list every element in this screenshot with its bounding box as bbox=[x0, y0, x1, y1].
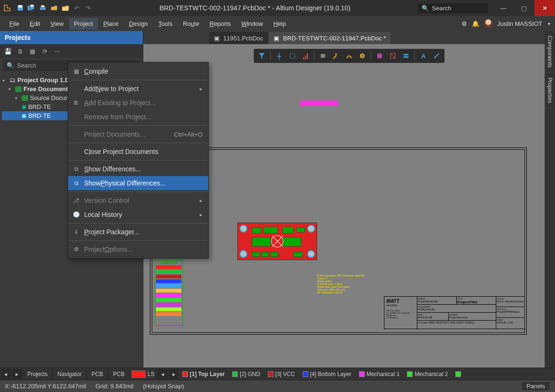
layer-tab-top[interactable]: [1] Top Layer bbox=[180, 371, 227, 377]
panel-refresh-icon[interactable]: ⟳ bbox=[40, 47, 49, 55]
component-icon[interactable] bbox=[317, 51, 329, 61]
track-icon[interactable] bbox=[330, 51, 342, 61]
layer-tab-gnd[interactable]: [2] GND bbox=[229, 371, 263, 377]
panel-compile-icon[interactable]: ▦ bbox=[28, 47, 37, 55]
svg-rect-18 bbox=[377, 54, 382, 58]
document-tabs: ▣ 11951.PcbDoc ▣ BRD-TESTWTC-002-11947.P… bbox=[143, 31, 555, 44]
dimension-icon[interactable] bbox=[387, 51, 399, 61]
right-tab-components[interactable]: Components bbox=[546, 31, 554, 73]
menu-item-add-new[interactable]: Add New to Project▸ bbox=[68, 82, 208, 96]
layer-tab-more[interactable] bbox=[453, 371, 464, 377]
tab-label: 11951.PcbDoc bbox=[223, 35, 263, 42]
layer-tab-bottom[interactable]: [4] Bottom Layer bbox=[300, 371, 354, 377]
diff-icon: ⧉ bbox=[72, 180, 80, 186]
menu-help[interactable]: Help bbox=[269, 18, 291, 30]
close-button[interactable]: ✕ bbox=[534, 0, 555, 16]
layer-scroll-right-icon[interactable]: ▸ bbox=[169, 369, 179, 379]
filter-icon[interactable] bbox=[256, 51, 268, 61]
align-icon[interactable] bbox=[299, 51, 312, 61]
bottom-tab-pcb2[interactable]: PCB bbox=[108, 368, 130, 380]
panels-button[interactable]: Panels bbox=[521, 381, 550, 391]
bottom-tab-layerset[interactable]: LS bbox=[130, 368, 157, 380]
component-icon bbox=[282, 237, 301, 246]
menu-item-show-differences[interactable]: ⧉Show Differences... bbox=[68, 162, 208, 176]
open-project-icon[interactable] bbox=[61, 4, 70, 12]
collapse-icon[interactable]: ▾ bbox=[15, 96, 20, 100]
select-rect-icon[interactable] bbox=[286, 51, 298, 61]
arc-icon[interactable] bbox=[343, 51, 355, 61]
save-all-icon[interactable] bbox=[27, 4, 36, 12]
menu-item-version-control[interactable]: ⎇Version Control▸ bbox=[68, 193, 208, 208]
menu-file[interactable]: File bbox=[5, 18, 24, 30]
undo-icon[interactable]: ↶ bbox=[72, 4, 81, 12]
menu-item-close-docs[interactable]: Close Project Documents bbox=[68, 145, 208, 159]
menu-view[interactable]: View bbox=[46, 18, 68, 30]
expand-icon[interactable]: ▸ bbox=[3, 78, 8, 83]
layer-tab-vcc[interactable]: [3] VCC bbox=[265, 371, 298, 377]
panel-options-icon[interactable]: ⋯ bbox=[53, 47, 61, 55]
menu-route[interactable]: Route bbox=[178, 18, 204, 30]
layer-stack-icon[interactable] bbox=[400, 51, 412, 61]
status-coordinates: X:-6112.205mil Y:6122.047mil bbox=[5, 383, 86, 390]
menu-item-project-packager[interactable]: ⇓Project Packager... bbox=[68, 225, 208, 239]
global-search-input[interactable]: 🔍 Search bbox=[418, 3, 488, 13]
menu-item-project-documents[interactable]: Project Documents...Ctrl+Alt+O bbox=[68, 127, 208, 141]
tab-scroll-right-icon[interactable]: ▸ bbox=[12, 369, 22, 379]
tree-label: BRD-TE bbox=[28, 112, 51, 119]
menu-design[interactable]: Design bbox=[124, 18, 152, 30]
menu-item-show-physical-differences[interactable]: ⧉Show Physical Differences... bbox=[68, 176, 208, 190]
layer-tab-mech2[interactable]: Mechanical 2 bbox=[404, 371, 451, 377]
bottom-tab-projects[interactable]: Projects bbox=[23, 368, 53, 380]
crosshair-icon[interactable]: ┼ bbox=[273, 51, 285, 61]
menu-tools[interactable]: Tools bbox=[154, 18, 177, 30]
component-icon bbox=[261, 252, 269, 257]
layer-scroll-left-icon[interactable]: ◂ bbox=[157, 369, 168, 379]
menu-item-project-options[interactable]: ⚙Project Options... bbox=[68, 242, 208, 256]
minimize-button[interactable]: ― bbox=[493, 0, 514, 16]
title-bar: ↶ ↷ BRD-TESTWTC-002-11947.PcbDoc * - Alt… bbox=[0, 0, 555, 16]
collapse-icon[interactable]: ▾ bbox=[8, 87, 13, 92]
document-tab-active[interactable]: ▣ BRD-TESTWTC-002-11947.PcbDoc * bbox=[269, 32, 391, 44]
pcbdoc-icon: ▣ bbox=[274, 35, 280, 41]
panel-doc-icon[interactable]: 🗎 bbox=[16, 47, 24, 55]
layer-tabs: [1] Top Layer [2] GND [3] VCC [4] Bottom… bbox=[180, 371, 555, 377]
avatar-icon[interactable] bbox=[484, 19, 492, 28]
bottom-tab-navigator[interactable]: Navigator bbox=[53, 368, 86, 380]
right-tab-properties[interactable]: Properties bbox=[546, 73, 554, 108]
polygon-icon[interactable] bbox=[374, 51, 386, 61]
tab-label: BRD-TESTWTC-002-11947.PcbDoc * bbox=[283, 35, 386, 42]
bell-icon[interactable]: 🔔 bbox=[472, 20, 479, 27]
menu-item-compile[interactable]: ▦Compile bbox=[68, 64, 208, 78]
layer-color-swatch bbox=[455, 371, 461, 377]
via-icon[interactable] bbox=[356, 51, 368, 61]
menu-project[interactable]: Project bbox=[69, 18, 97, 30]
pcb-board-outline[interactable] bbox=[237, 223, 317, 260]
layer-color-swatch bbox=[182, 371, 188, 377]
user-dropdown-caret-icon[interactable]: ▾ bbox=[548, 21, 550, 26]
menu-item-add-existing[interactable]: 🗎Add Existing to Project... bbox=[68, 96, 208, 110]
document-tab[interactable]: ▣ 11951.PcbDoc bbox=[209, 32, 268, 44]
component-icon bbox=[293, 252, 303, 257]
menu-reports[interactable]: Reports bbox=[205, 18, 236, 30]
maximize-button[interactable]: ▢ bbox=[514, 0, 534, 16]
save-icon[interactable] bbox=[16, 4, 24, 12]
user-name-label[interactable]: Justin MASSIOT bbox=[497, 20, 542, 27]
text-icon[interactable]: A bbox=[417, 51, 430, 61]
menu-place[interactable]: Place bbox=[99, 18, 124, 30]
menu-item-local-history[interactable]: 🕘Local History▸ bbox=[68, 208, 208, 222]
menu-edit[interactable]: Edit bbox=[25, 18, 45, 30]
window-controls: ― ▢ ✕ bbox=[493, 0, 555, 16]
panel-save-icon[interactable]: 💾 bbox=[4, 47, 12, 55]
print-icon[interactable] bbox=[39, 4, 47, 12]
menu-item-remove[interactable]: Remove from Project... bbox=[68, 110, 208, 124]
bottom-tab-pcb[interactable]: PCB bbox=[87, 368, 109, 380]
tab-scroll-left-icon[interactable]: ◂ bbox=[0, 369, 11, 379]
line-icon[interactable] bbox=[430, 51, 443, 61]
projects-search-placeholder: Search bbox=[17, 62, 36, 69]
menu-window[interactable]: Window bbox=[236, 18, 267, 30]
redo-icon[interactable]: ↷ bbox=[84, 4, 92, 12]
layer-tab-mech1[interactable]: Mechanical 1 bbox=[356, 371, 403, 377]
gear-icon[interactable]: ⚙ bbox=[461, 20, 467, 27]
svg-rect-21 bbox=[404, 54, 408, 55]
open-icon[interactable] bbox=[50, 4, 58, 12]
